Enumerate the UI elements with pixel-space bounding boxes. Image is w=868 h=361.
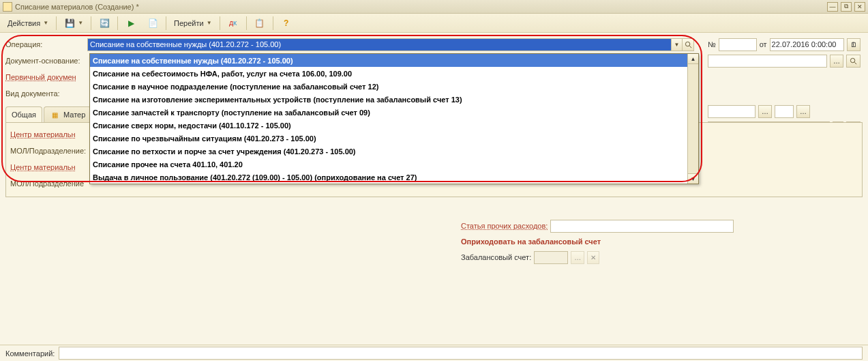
- maximize-button[interactable]: ⧉: [841, 2, 852, 12]
- goto-label: Перейти: [174, 19, 204, 27]
- operation-combo-arrow[interactable]: ▼: [671, 38, 683, 51]
- form-button[interactable]: 📋: [250, 16, 270, 31]
- save-button[interactable]: 💾▼: [59, 16, 88, 31]
- dropdown-item[interactable]: Списание на собственные нужды (401.20.27…: [90, 54, 698, 67]
- dropdown-scrollbar[interactable]: ▲ ▼: [687, 54, 698, 184]
- tab-general-label: Общая: [12, 111, 36, 119]
- dropdown-item[interactable]: Списание по чрезвычайным ситуациям (401.…: [90, 132, 698, 145]
- svg-line-3: [854, 62, 856, 64]
- toolbar-separator: [91, 16, 91, 30]
- scroll-up-icon[interactable]: ▲: [688, 54, 698, 64]
- dropdown-item[interactable]: Списание на себестоимость НФА, работ, ус…: [90, 67, 698, 80]
- app-icon: [3, 2, 12, 12]
- save-icon: 💾: [64, 18, 75, 29]
- dropdown-item[interactable]: Выдача в личное пользование (401.20.272 …: [90, 171, 698, 184]
- toolbar-separator: [273, 16, 273, 30]
- dtct-icon: ДК: [228, 18, 239, 29]
- calendar-icon: 🗓: [850, 41, 857, 48]
- help-icon: ?: [281, 18, 292, 29]
- magnifier-icon: [850, 57, 857, 65]
- ellipsis-button-disabled: …: [571, 251, 584, 264]
- report-button[interactable]: 📄: [143, 16, 163, 31]
- form-icon: 📋: [254, 18, 265, 29]
- minimize-button[interactable]: —: [827, 2, 838, 12]
- svg-line-1: [689, 46, 691, 48]
- calendar-button[interactable]: 🗓: [847, 38, 860, 51]
- operation-dropdown: Списание на собственные нужды (401.20.27…: [89, 53, 699, 184]
- dropdown-item[interactable]: Списание в научное подразделение (поступ…: [90, 80, 698, 93]
- doc-type-label: Вид документа:: [5, 89, 87, 98]
- toolbar-separator: [56, 16, 57, 30]
- refresh-button[interactable]: 🔄: [94, 16, 115, 31]
- num-label: №: [708, 40, 716, 48]
- dropdown-item[interactable]: Списание запчастей к транспорту (поступл…: [90, 106, 698, 119]
- date-field[interactable]: 22.07.2016 0:00:00: [770, 38, 844, 51]
- actions-menu[interactable]: Действия ▼: [3, 16, 53, 31]
- actions-label: Действия: [8, 19, 40, 27]
- num-field[interactable]: [719, 38, 757, 51]
- svg-point-2: [850, 58, 854, 62]
- post-button[interactable]: ▶: [121, 16, 141, 31]
- report-icon: 📄: [147, 18, 158, 29]
- toolbar-separator: [166, 16, 166, 30]
- offbalance-field: [534, 251, 568, 264]
- operation-combo[interactable]: Списание на собственные нужды (401.20.27…: [87, 38, 671, 51]
- tab-materials[interactable]: ▦ Матер: [44, 106, 91, 122]
- dropdown-item[interactable]: Списание прочее на счета 401.10, 401.20: [90, 158, 698, 171]
- operation-value: Списание на собственные нужды (401.20.27…: [90, 40, 281, 48]
- dropdown-item[interactable]: Списание по ветхости и порче за счет учр…: [90, 145, 698, 158]
- toolbar-separator: [117, 16, 118, 30]
- operation-label: Операция:: [5, 40, 87, 48]
- toolbar: Действия ▼ 💾▼ 🔄 ▶ 📄 Перейти ▼ ДК 📋 ?: [0, 14, 868, 33]
- svg-point-0: [685, 42, 689, 46]
- tab-materials-label: Матер: [63, 111, 85, 119]
- titlebar: Списание материалов (Создание) * — ⧉ ✕: [0, 0, 868, 14]
- date-value: 22.07.2016 0:00:00: [772, 40, 837, 48]
- primary-doc-label[interactable]: Первичный докумен: [5, 73, 87, 81]
- close-button[interactable]: ✕: [854, 2, 865, 12]
- scroll-down-icon[interactable]: ▼: [688, 173, 698, 184]
- doc-basis-label: Документ-основание:: [5, 57, 87, 65]
- expense-label[interactable]: Статья прочих расходов:: [461, 222, 548, 230]
- goto-menu[interactable]: Перейти ▼: [169, 16, 217, 31]
- bottom-bar: Комментарий:: [0, 345, 868, 361]
- clear-button-disabled: ✕: [587, 251, 599, 264]
- from-label: от: [760, 40, 767, 48]
- chevron-down-icon: ▼: [78, 20, 83, 26]
- chevron-down-icon: ▼: [43, 20, 48, 26]
- grid-icon: ▦: [50, 109, 61, 120]
- dtct-button[interactable]: ДК: [223, 16, 243, 31]
- comment-field[interactable]: [59, 347, 863, 360]
- chevron-down-icon: ▼: [207, 20, 212, 26]
- ellipsis-button[interactable]: …: [830, 55, 843, 68]
- dropdown-item[interactable]: Списание на изготовление экспериментальн…: [90, 93, 698, 106]
- magnifier-icon: [685, 41, 692, 48]
- window-title: Списание материалов (Создание) *: [15, 3, 827, 11]
- operation-lookup-button[interactable]: [683, 38, 694, 51]
- comment-label: Комментарий:: [5, 349, 55, 358]
- dropdown-item[interactable]: Списание сверх норм, недостачи (401.10.1…: [90, 119, 698, 132]
- doc-basis-field[interactable]: [708, 55, 827, 68]
- expense-field[interactable]: [550, 220, 734, 233]
- refresh-icon: 🔄: [99, 18, 110, 29]
- help-button[interactable]: ?: [276, 16, 297, 31]
- lookup-button[interactable]: [846, 55, 860, 68]
- post-icon: ▶: [125, 18, 136, 29]
- post-heading: Оприходовать на забалансовый счет: [461, 237, 734, 246]
- toolbar-separator: [220, 16, 220, 30]
- offbalance-label: Забалансовый счет:: [461, 253, 531, 261]
- tab-general[interactable]: Общая: [5, 106, 42, 122]
- toolbar-separator: [246, 16, 247, 30]
